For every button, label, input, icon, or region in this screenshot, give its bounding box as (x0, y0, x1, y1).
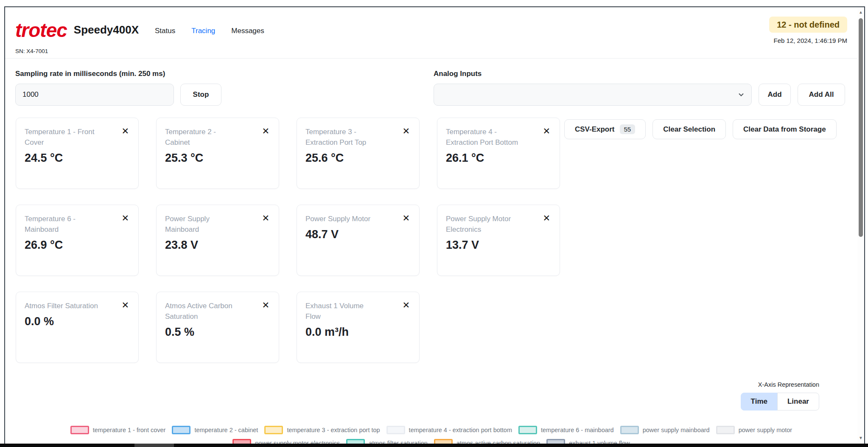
x-axis-option-linear[interactable]: Linear (777, 393, 819, 410)
close-icon[interactable]: ✕ (542, 214, 551, 223)
sensor-card-title: Power Supply Mainboard (165, 214, 239, 235)
nav-item-status[interactable]: Status (155, 27, 175, 35)
scroll-up-icon[interactable]: ▲ (857, 9, 864, 15)
add-button[interactable]: Add (759, 84, 791, 106)
sensor-card-title: Temperature 1 - Front Cover (25, 127, 99, 148)
clear-selection-button[interactable]: Clear Selection (652, 119, 726, 139)
analog-inputs-group: Analog Inputs Add Add All (434, 70, 845, 106)
close-icon[interactable]: ✕ (542, 127, 551, 136)
sensor-cards-grid: Temperature 1 - Front Cover ✕ 24.5 °C Te… (16, 118, 560, 363)
close-icon[interactable]: ✕ (120, 127, 130, 136)
legend-item[interactable]: temperature 4 - extraction port bottom (386, 426, 512, 434)
legend-item-label: temperature 6 - mainboard (541, 427, 614, 433)
close-icon[interactable]: ✕ (120, 301, 130, 310)
close-icon[interactable]: ✕ (261, 127, 270, 136)
clear-data-from-storage-button[interactable]: Clear Data from Storage (733, 119, 837, 139)
close-icon[interactable]: ✕ (261, 214, 270, 223)
sensor-card: Temperature 6 - Mainboard ✕ 26.9 °C (16, 205, 139, 276)
legend-item[interactable]: power supply mainboard (620, 426, 710, 434)
app-window: trotec Speedy400X StatusTracingMessages … (4, 6, 865, 447)
sensor-card-value: 13.7 V (446, 239, 551, 252)
legend-swatch-icon (716, 426, 735, 434)
nav-item-messages[interactable]: Messages (231, 27, 264, 35)
legend-item-label: temperature 1 - front cover (93, 427, 166, 433)
sensor-card: Power Supply Motor Electronics ✕ 13.7 V (437, 205, 560, 276)
page-title: Speedy400X (74, 23, 139, 37)
legend-swatch-icon (518, 426, 537, 434)
csv-export-label: CSV-Export (575, 125, 615, 134)
legend-row-1: temperature 1 - front cover temperature … (5, 426, 857, 434)
timestamp: Feb 12, 2024, 1:46:19 PM (774, 37, 847, 44)
sensor-card-value: 48.7 V (305, 228, 411, 241)
sensor-card: Temperature 1 - Front Cover ✕ 24.5 °C (16, 118, 139, 189)
close-icon[interactable]: ✕ (401, 301, 411, 310)
sensor-card-value: 0.0 m³/h (305, 326, 411, 339)
sensor-card: Temperature 3 - Extraction Port Top ✕ 25… (297, 118, 420, 189)
sensor-card-value: 0.0 % (25, 315, 130, 328)
sensor-card-value: 25.6 °C (305, 152, 411, 165)
sensor-card-value: 0.5 % (165, 326, 270, 339)
sampling-rate-label: Sampling rate in milliseconds (min. 250 … (15, 70, 221, 78)
nav-item-tracing[interactable]: Tracing (191, 27, 215, 35)
close-icon[interactable]: ✕ (261, 301, 270, 310)
csv-export-count-badge: 55 (620, 124, 636, 134)
legend-item-label: temperature 3 - extraction port top (287, 427, 380, 433)
x-axis-representation-block: X-Axis Representation TimeLinear (741, 381, 819, 410)
sensor-card: Power Supply Motor ✕ 48.7 V (297, 205, 420, 276)
vertical-scrollbar[interactable]: ▲ ▼ (857, 7, 864, 447)
sensor-card: Power Supply Mainboard ✕ 23.8 V (156, 205, 279, 276)
sensor-card-title: Temperature 2 - Cabinet (165, 127, 239, 148)
scrollbar-thumb[interactable] (859, 18, 863, 237)
main-nav: StatusTracingMessages (155, 27, 264, 35)
scroll-down-icon[interactable]: ▼ (857, 435, 864, 441)
sensor-card-title: Temperature 3 - Extraction Port Top (305, 127, 380, 148)
stop-button[interactable]: Stop (180, 84, 221, 106)
x-axis-representation-label: X-Axis Representation (741, 381, 819, 388)
csv-export-button[interactable]: CSV-Export 55 (564, 119, 646, 139)
analog-inputs-select[interactable] (434, 84, 752, 106)
legend-item[interactable]: temperature 2 - cabinet (172, 426, 258, 434)
legend-item-label: power supply mainboard (643, 427, 710, 433)
chevron-down-icon (738, 91, 745, 98)
header: trotec Speedy400X StatusTracingMessages … (5, 7, 857, 59)
page: trotec Speedy400X StatusTracingMessages … (5, 7, 857, 447)
sensor-card: Atmos Filter Saturation ✕ 0.0 % (16, 292, 139, 363)
sensor-card-title: Atmos Active Carbon Saturation (165, 301, 239, 322)
sensor-card: Temperature 2 - Cabinet ✕ 25.3 °C (156, 118, 279, 189)
legend-swatch-icon (620, 426, 639, 434)
sensor-card-title: Temperature 6 - Mainboard (25, 214, 99, 235)
bottom-black-bar (0, 444, 868, 447)
actions-row: CSV-Export 55 Clear Selection Clear Data… (564, 119, 837, 139)
sensor-card-value: 26.9 °C (25, 239, 130, 252)
legend-item[interactable]: temperature 3 - extraction port top (264, 426, 380, 434)
sensor-card: Atmos Active Carbon Saturation ✕ 0.5 % (156, 292, 279, 363)
x-axis-toggle-group: TimeLinear (741, 393, 819, 410)
sensor-card: Temperature 4 - Extraction Port Bottom ✕… (437, 118, 560, 189)
legend-swatch-icon (70, 426, 89, 434)
close-icon[interactable]: ✕ (120, 214, 130, 223)
sensor-card-value: 26.1 °C (446, 152, 551, 165)
close-icon[interactable]: ✕ (401, 127, 411, 136)
trotec-logo: trotec (15, 20, 67, 40)
status-badge: 12 - not defined (769, 17, 847, 33)
bottom-bar-segment (134, 444, 174, 447)
sensor-card-title: Power Supply Motor Electronics (446, 214, 520, 235)
x-axis-option-time[interactable]: Time (741, 393, 778, 410)
controls-section: Sampling rate in milliseconds (min. 250 … (5, 59, 857, 118)
sensor-card-title: Power Supply Motor (305, 214, 380, 224)
serial-number: SN: X4-7001 (15, 48, 847, 54)
legend-item[interactable]: power supply motor (716, 426, 792, 434)
legend-item[interactable]: temperature 1 - front cover (70, 426, 166, 434)
sensor-card-value: 24.5 °C (25, 152, 130, 165)
sensor-card-value: 23.8 V (165, 239, 270, 252)
legend-swatch-icon (172, 426, 190, 434)
legend-item-label: temperature 2 - cabinet (194, 427, 258, 433)
add-all-button[interactable]: Add All (798, 84, 845, 106)
close-icon[interactable]: ✕ (401, 214, 411, 223)
legend-item[interactable]: temperature 6 - mainboard (518, 426, 614, 434)
sampling-rate-group: Sampling rate in milliseconds (min. 250 … (15, 70, 221, 106)
sensor-card-title: Exhaust 1 Volume Flow (305, 301, 380, 322)
sensor-card-value: 25.3 °C (165, 152, 270, 165)
sampling-rate-input[interactable] (15, 84, 174, 106)
sensor-card-title: Temperature 4 - Extraction Port Bottom (446, 127, 520, 148)
